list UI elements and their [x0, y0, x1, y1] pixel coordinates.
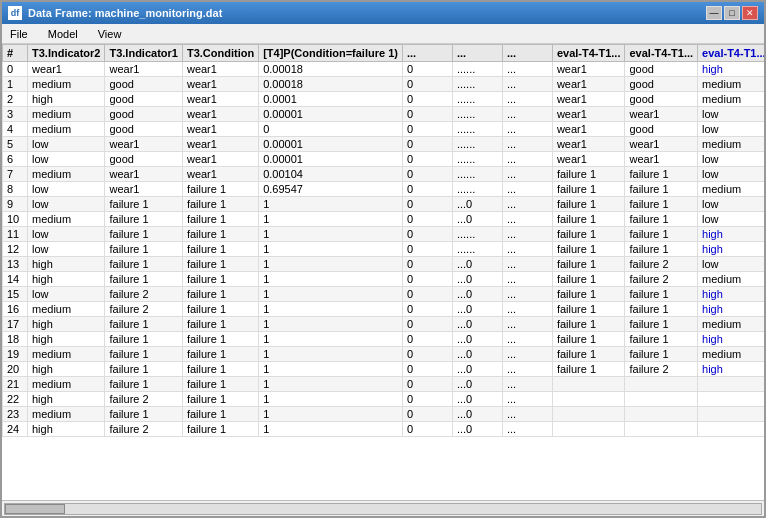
table-cell: 9: [3, 197, 28, 212]
table-cell: medium: [28, 212, 105, 227]
table-cell: failure 1: [552, 317, 625, 332]
table-cell: failure 1: [552, 257, 625, 272]
menu-model[interactable]: Model: [44, 27, 82, 41]
table-cell: failure 1: [625, 182, 698, 197]
table-cell: wear1: [552, 122, 625, 137]
table-cell: ...0: [452, 392, 502, 407]
table-cell: 1: [259, 242, 403, 257]
maximize-button[interactable]: □: [724, 6, 740, 20]
table-cell: ......: [452, 242, 502, 257]
table-cell: high: [698, 287, 764, 302]
table-cell: 0: [402, 227, 452, 242]
table-row: 1mediumgoodwear10.000180.........wear1go…: [3, 77, 765, 92]
table-cell: 0: [402, 422, 452, 437]
menu-bar: File Model View: [2, 24, 764, 44]
table-row: 22highfailure 2failure 110...0...: [3, 392, 765, 407]
table-cell: wear1: [182, 167, 258, 182]
table-cell: ......: [452, 122, 502, 137]
table-cell: failure 1: [105, 407, 182, 422]
table-cell: wear1: [552, 62, 625, 77]
table-cell: good: [625, 122, 698, 137]
table-cell: 1: [259, 197, 403, 212]
table-cell: 1: [259, 392, 403, 407]
table-cell: 0: [402, 122, 452, 137]
table-cell: ...0: [452, 197, 502, 212]
table-cell: 0: [402, 242, 452, 257]
table-cell: ...0: [452, 377, 502, 392]
menu-file[interactable]: File: [6, 27, 32, 41]
table-cell: ...: [502, 227, 552, 242]
table-cell: [625, 422, 698, 437]
table-cell: 0: [402, 137, 452, 152]
data-table-container[interactable]: # T3.Indicator2 T3.Indicator1 T3.Conditi…: [2, 44, 764, 500]
table-row: 2highgoodwear10.00010.........wear1goodm…: [3, 92, 765, 107]
table-cell: failure 1: [182, 422, 258, 437]
table-cell: failure 1: [625, 197, 698, 212]
table-row: 23mediumfailure 1failure 110...0...: [3, 407, 765, 422]
table-cell: low: [28, 137, 105, 152]
table-cell: failure 1: [182, 362, 258, 377]
window-title: Data Frame: machine_monitoring.dat: [28, 7, 222, 19]
table-cell: 10: [3, 212, 28, 227]
table-cell: low: [698, 122, 764, 137]
table-cell: failure 2: [625, 257, 698, 272]
table-cell: ......: [452, 62, 502, 77]
table-cell: failure 1: [105, 362, 182, 377]
table-row: 18highfailure 1failure 110...0...failure…: [3, 332, 765, 347]
table-cell: wear1: [105, 182, 182, 197]
table-cell: ...: [502, 92, 552, 107]
table-cell: 0: [402, 302, 452, 317]
close-button[interactable]: ✕: [742, 6, 758, 20]
table-cell: ...0: [452, 332, 502, 347]
minimize-button[interactable]: —: [706, 6, 722, 20]
table-cell: high: [698, 242, 764, 257]
scrollbar-track[interactable]: [4, 503, 762, 515]
table-cell: low: [698, 257, 764, 272]
table-row: 24highfailure 2failure 110...0...: [3, 422, 765, 437]
table-cell: failure 1: [182, 242, 258, 257]
table-cell: wear1: [28, 62, 105, 77]
table-cell: good: [105, 92, 182, 107]
table-cell: medium: [28, 347, 105, 362]
horizontal-scrollbar[interactable]: [2, 500, 764, 516]
table-cell: medium: [28, 167, 105, 182]
table-cell: 16: [3, 302, 28, 317]
table-cell: failure 1: [182, 287, 258, 302]
table-cell: 0.00001: [259, 137, 403, 152]
table-cell: 1: [259, 422, 403, 437]
table-cell: medium: [698, 347, 764, 362]
col-header-d1: ...: [402, 45, 452, 62]
table-cell: medium: [28, 302, 105, 317]
table-cell: 6: [3, 152, 28, 167]
table-cell: [552, 377, 625, 392]
table-cell: failure 1: [552, 167, 625, 182]
table-cell: low: [28, 152, 105, 167]
table-cell: 12: [3, 242, 28, 257]
table-cell: ......: [452, 77, 502, 92]
table-cell: 17: [3, 317, 28, 332]
table-cell: failure 2: [105, 302, 182, 317]
table-cell: medium: [698, 317, 764, 332]
table-cell: 23: [3, 407, 28, 422]
table-cell: ......: [452, 167, 502, 182]
table-cell: 1: [259, 407, 403, 422]
table-cell: failure 1: [552, 347, 625, 362]
table-cell: ...: [502, 182, 552, 197]
table-cell: ...: [502, 122, 552, 137]
table-cell: wear1: [182, 122, 258, 137]
scrollbar-thumb[interactable]: [5, 504, 65, 514]
table-cell: [625, 377, 698, 392]
table-cell: 0.00001: [259, 152, 403, 167]
table-cell: ...: [502, 62, 552, 77]
table-cell: failure 1: [625, 212, 698, 227]
table-cell: low: [28, 287, 105, 302]
main-window: df Data Frame: machine_monitoring.dat — …: [0, 0, 766, 518]
menu-view[interactable]: View: [94, 27, 126, 41]
table-cell: failure 1: [182, 317, 258, 332]
col-header-e3: eval-T4-T1...: [698, 45, 764, 62]
table-cell: 0: [402, 317, 452, 332]
table-cell: ...: [502, 302, 552, 317]
table-cell: ...: [502, 362, 552, 377]
table-cell: failure 1: [105, 317, 182, 332]
table-row: 16mediumfailure 2failure 110...0...failu…: [3, 302, 765, 317]
